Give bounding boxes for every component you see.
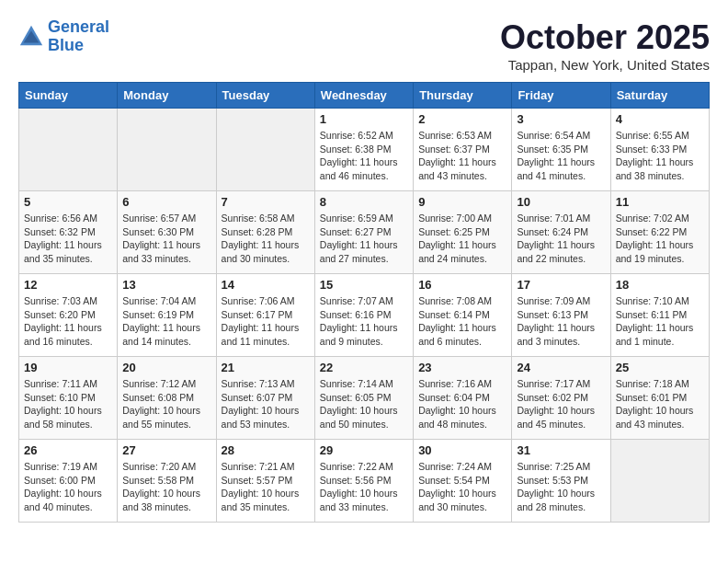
day-info: Sunrise: 7:24 AMSunset: 5:54 PMDaylight:… — [418, 460, 506, 514]
day-info: Sunrise: 7:06 AMSunset: 6:17 PMDaylight:… — [222, 294, 310, 349]
calendar-week-row: 12Sunrise: 7:03 AMSunset: 6:20 PMDayligh… — [19, 274, 710, 357]
day-number: 22 — [320, 361, 408, 374]
day-info: Sunrise: 7:02 AMSunset: 6:22 PMDaylight:… — [616, 212, 704, 266]
day-number: 16 — [418, 278, 506, 292]
day-number: 28 — [222, 443, 310, 457]
day-info: Sunrise: 7:14 AMSunset: 6:05 PMDaylight:… — [320, 377, 408, 431]
calendar-cell — [19, 109, 118, 191]
calendar-cell: 13Sunrise: 7:04 AMSunset: 6:19 PMDayligh… — [118, 274, 216, 357]
calendar-week-row: 1Sunrise: 6:52 AMSunset: 6:38 PMDaylight… — [19, 109, 710, 191]
calendar-cell: 31Sunrise: 7:25 AMSunset: 5:53 PMDayligh… — [512, 440, 610, 523]
day-info: Sunrise: 7:25 AMSunset: 5:53 PMDaylight:… — [517, 460, 605, 514]
day-info: Sunrise: 6:56 AMSunset: 6:32 PMDaylight:… — [24, 212, 112, 266]
day-info: Sunrise: 7:13 AMSunset: 6:07 PMDaylight:… — [222, 377, 310, 431]
calendar-week-row: 19Sunrise: 7:11 AMSunset: 6:10 PMDayligh… — [19, 357, 710, 440]
day-number: 9 — [418, 195, 506, 209]
calendar-cell: 6Sunrise: 6:57 AMSunset: 6:30 PMDaylight… — [118, 191, 216, 274]
day-info: Sunrise: 7:12 AMSunset: 6:08 PMDaylight:… — [122, 377, 210, 431]
calendar-cell: 18Sunrise: 7:10 AMSunset: 6:11 PMDayligh… — [610, 274, 709, 357]
calendar-cell: 14Sunrise: 7:06 AMSunset: 6:17 PMDayligh… — [216, 274, 314, 357]
day-number: 24 — [517, 361, 605, 374]
calendar-cell: 24Sunrise: 7:17 AMSunset: 6:02 PMDayligh… — [512, 357, 610, 440]
day-info: Sunrise: 6:52 AMSunset: 6:38 PMDaylight:… — [320, 129, 408, 183]
calendar-cell: 1Sunrise: 6:52 AMSunset: 6:38 PMDaylight… — [314, 109, 413, 191]
logo-line1: General — [48, 17, 109, 36]
day-number: 8 — [320, 195, 408, 209]
day-info: Sunrise: 6:54 AMSunset: 6:35 PMDaylight:… — [517, 129, 605, 183]
day-number: 4 — [616, 112, 704, 126]
day-number: 2 — [418, 112, 506, 126]
calendar-cell — [610, 440, 709, 523]
day-info: Sunrise: 7:01 AMSunset: 6:24 PMDaylight:… — [517, 212, 605, 266]
day-number: 5 — [24, 195, 112, 209]
day-number: 26 — [24, 443, 112, 457]
day-info: Sunrise: 7:00 AMSunset: 6:25 PMDaylight:… — [418, 212, 506, 266]
day-number: 18 — [616, 278, 704, 292]
title-block: October 2025 Tappan, New York, United St… — [500, 18, 710, 73]
day-number: 14 — [222, 278, 310, 292]
day-info: Sunrise: 7:11 AMSunset: 6:10 PMDaylight:… — [24, 377, 112, 431]
weekday-header: Tuesday — [216, 83, 314, 109]
day-info: Sunrise: 7:07 AMSunset: 6:16 PMDaylight:… — [320, 294, 408, 349]
calendar-cell: 25Sunrise: 7:18 AMSunset: 6:01 PMDayligh… — [610, 357, 709, 440]
calendar-cell: 15Sunrise: 7:07 AMSunset: 6:16 PMDayligh… — [314, 274, 413, 357]
calendar-cell: 30Sunrise: 7:24 AMSunset: 5:54 PMDayligh… — [414, 440, 512, 523]
calendar-cell: 17Sunrise: 7:09 AMSunset: 6:13 PMDayligh… — [512, 274, 610, 357]
calendar-cell: 12Sunrise: 7:03 AMSunset: 6:20 PMDayligh… — [19, 274, 118, 357]
calendar-cell: 16Sunrise: 7:08 AMSunset: 6:14 PMDayligh… — [414, 274, 512, 357]
calendar-cell: 9Sunrise: 7:00 AMSunset: 6:25 PMDaylight… — [414, 191, 512, 274]
page-header: General Blue October 2025 Tappan, New Yo… — [18, 18, 710, 73]
calendar-cell — [118, 109, 216, 191]
weekday-header: Wednesday — [314, 83, 413, 109]
calendar-cell: 5Sunrise: 6:56 AMSunset: 6:32 PMDaylight… — [19, 191, 118, 274]
calendar-cell: 3Sunrise: 6:54 AMSunset: 6:35 PMDaylight… — [512, 109, 610, 191]
day-info: Sunrise: 7:22 AMSunset: 5:56 PMDaylight:… — [320, 460, 408, 514]
calendar-table: SundayMondayTuesdayWednesdayThursdayFrid… — [18, 82, 710, 523]
day-info: Sunrise: 6:58 AMSunset: 6:28 PMDaylight:… — [222, 212, 310, 266]
day-info: Sunrise: 6:55 AMSunset: 6:33 PMDaylight:… — [616, 129, 704, 183]
day-number: 23 — [418, 361, 506, 374]
logo-text: General Blue — [48, 18, 109, 55]
day-number: 12 — [24, 278, 112, 292]
day-number: 17 — [517, 278, 605, 292]
day-info: Sunrise: 7:18 AMSunset: 6:01 PMDaylight:… — [616, 377, 704, 431]
day-number: 25 — [616, 361, 704, 374]
day-info: Sunrise: 7:04 AMSunset: 6:19 PMDaylight:… — [122, 294, 210, 349]
day-number: 7 — [222, 195, 310, 209]
day-number: 3 — [517, 112, 605, 126]
day-info: Sunrise: 7:16 AMSunset: 6:04 PMDaylight:… — [418, 377, 506, 431]
calendar-cell: 20Sunrise: 7:12 AMSunset: 6:08 PMDayligh… — [118, 357, 216, 440]
weekday-header: Thursday — [414, 83, 512, 109]
day-info: Sunrise: 7:08 AMSunset: 6:14 PMDaylight:… — [418, 294, 506, 349]
calendar-cell: 11Sunrise: 7:02 AMSunset: 6:22 PMDayligh… — [610, 191, 709, 274]
weekday-header: Monday — [118, 83, 216, 109]
calendar-cell: 7Sunrise: 6:58 AMSunset: 6:28 PMDaylight… — [216, 191, 314, 274]
logo-icon — [18, 24, 44, 50]
weekday-header-row: SundayMondayTuesdayWednesdayThursdayFrid… — [19, 83, 710, 109]
calendar-week-row: 26Sunrise: 7:19 AMSunset: 6:00 PMDayligh… — [19, 440, 710, 523]
calendar-cell: 27Sunrise: 7:20 AMSunset: 5:58 PMDayligh… — [118, 440, 216, 523]
day-info: Sunrise: 7:09 AMSunset: 6:13 PMDaylight:… — [517, 294, 605, 349]
calendar-cell: 4Sunrise: 6:55 AMSunset: 6:33 PMDaylight… — [610, 109, 709, 191]
day-info: Sunrise: 6:59 AMSunset: 6:27 PMDaylight:… — [320, 212, 408, 266]
weekday-header: Saturday — [610, 83, 709, 109]
day-info: Sunrise: 7:20 AMSunset: 5:58 PMDaylight:… — [122, 460, 210, 514]
calendar-cell: 19Sunrise: 7:11 AMSunset: 6:10 PMDayligh… — [19, 357, 118, 440]
day-number: 13 — [122, 278, 210, 292]
calendar-cell: 26Sunrise: 7:19 AMSunset: 6:00 PMDayligh… — [19, 440, 118, 523]
calendar-cell: 29Sunrise: 7:22 AMSunset: 5:56 PMDayligh… — [314, 440, 413, 523]
calendar-cell: 28Sunrise: 7:21 AMSunset: 5:57 PMDayligh… — [216, 440, 314, 523]
day-number: 27 — [122, 443, 210, 457]
day-number: 20 — [122, 361, 210, 374]
calendar-cell: 8Sunrise: 6:59 AMSunset: 6:27 PMDaylight… — [314, 191, 413, 274]
calendar-cell: 2Sunrise: 6:53 AMSunset: 6:37 PMDaylight… — [414, 109, 512, 191]
day-number: 31 — [517, 443, 605, 457]
weekday-header: Friday — [512, 83, 610, 109]
day-info: Sunrise: 7:03 AMSunset: 6:20 PMDaylight:… — [24, 294, 112, 349]
calendar-cell: 21Sunrise: 7:13 AMSunset: 6:07 PMDayligh… — [216, 357, 314, 440]
calendar-cell: 10Sunrise: 7:01 AMSunset: 6:24 PMDayligh… — [512, 191, 610, 274]
day-info: Sunrise: 7:17 AMSunset: 6:02 PMDaylight:… — [517, 377, 605, 431]
day-info: Sunrise: 7:10 AMSunset: 6:11 PMDaylight:… — [616, 294, 704, 349]
day-info: Sunrise: 7:19 AMSunset: 6:00 PMDaylight:… — [24, 460, 112, 514]
day-number: 30 — [418, 443, 506, 457]
